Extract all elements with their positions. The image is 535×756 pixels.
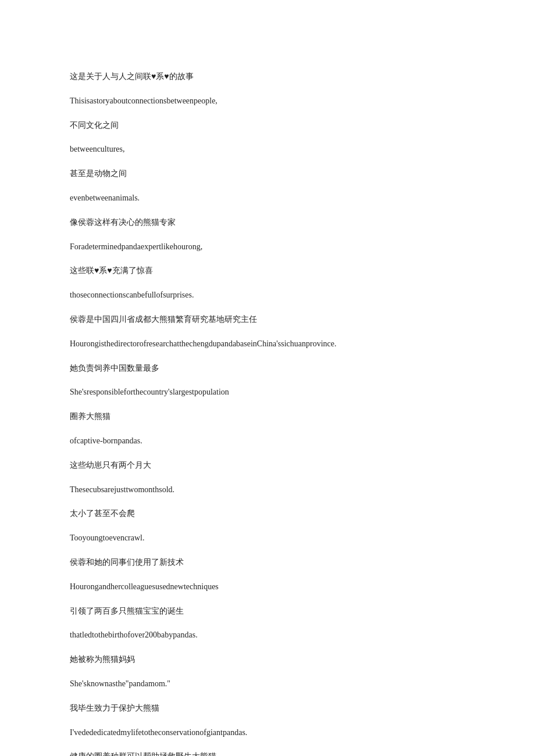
english-line: Foradeterminedpandaexpertlikehourong, [70,240,465,254]
english-line: thoseconnectionscanbefullofsurprises. [70,288,465,302]
main-content: 这是关于人与人之间联♥系♥的故事Thisisastoryaboutconnect… [70,70,465,756]
english-line: Thisisastoryaboutconnectionsbetweenpeopl… [70,94,465,108]
english-line: She'sresponsibleforthecountry'slargestpo… [70,385,465,399]
chinese-line: 不同文化之间 [70,119,465,132]
chinese-line: 她负责饲养中国数量最多 [70,361,465,375]
chinese-line: 圈养大熊猫 [70,410,465,424]
chinese-line: 像侯蓉这样有决心的熊猫专家 [70,216,465,230]
english-line: Tooyoungtoevencrawl. [70,531,465,545]
english-line: Hourongandhercolleaguesusednewtechniques [70,580,465,594]
chinese-line: 健康的圈养种群可以帮助拯救野生大熊猫 [70,750,465,756]
chinese-line: 这是关于人与人之间联♥系♥的故事 [70,70,465,84]
chinese-line: 太小了甚至不会爬 [70,507,465,521]
english-line: Hourongisthedirectorofresearchatthecheng… [70,337,465,351]
english-line: I'vedededicatedmylifetotheconservationof… [70,726,465,740]
english-line: ofcaptive-bornpandas. [70,434,465,448]
english-line: evenbetweenanimals. [70,191,465,205]
english-line: She'sknownasthe"pandamom." [70,677,465,691]
chinese-line: 我毕生致力于保护大熊猫 [70,701,465,715]
chinese-line: 这些幼崽只有两个月大 [70,458,465,472]
chinese-line: 侯蓉和她的同事们使用了新技术 [70,556,465,569]
english-line: thatledtothebirthofover200babypandas. [70,628,465,642]
chinese-line: 她被称为熊猫妈妈 [70,653,465,667]
chinese-line: 侯蓉是中国四川省成都大熊猫繁育研究基地研究主任 [70,313,465,327]
english-line: Thesecubsarejusttwomonthsold. [70,483,465,497]
chinese-line: 引领了两百多只熊猫宝宝的诞生 [70,604,465,618]
chinese-line: 这些联♥系♥充满了惊喜 [70,264,465,278]
english-line: betweencultures, [70,142,465,156]
chinese-line: 甚至是动物之间 [70,167,465,181]
